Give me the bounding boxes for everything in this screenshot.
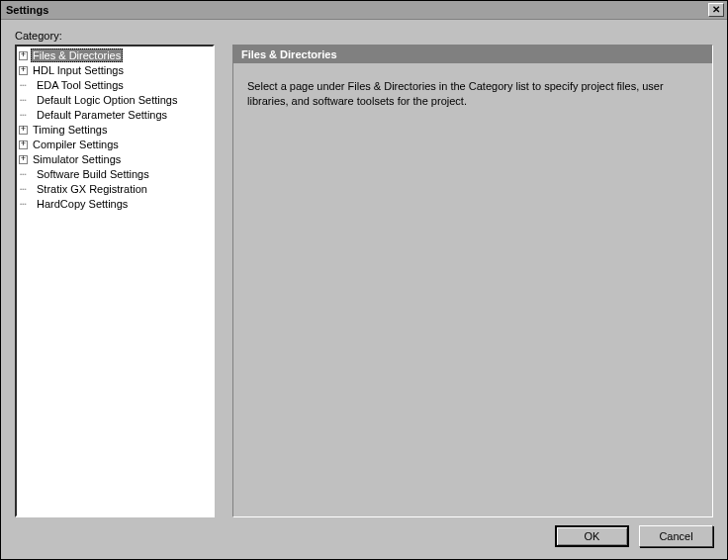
tree-connector-icon: ┄ [19,108,28,123]
expand-icon[interactable]: + [19,51,28,60]
detail-body: Select a page under Files & Directories … [233,63,712,516]
tree-item[interactable]: ┄HardCopy Settings [19,197,211,212]
tree-item[interactable]: +HDL Input Settings [19,63,211,78]
dialog-body: Category: +Files & Directories+HDL Input… [1,20,727,559]
tree-item-label[interactable]: Compiler Settings [31,139,121,150]
tree-item-label[interactable]: HardCopy Settings [35,198,130,210]
tree-item[interactable]: ┄Software Build Settings [19,167,211,182]
tree-item-label[interactable]: Software Build Settings [35,168,151,180]
tree-item-label[interactable]: Default Parameter Settings [35,109,169,121]
tree-item[interactable]: +Compiler Settings [19,138,211,152]
tree-item[interactable]: +Simulator Settings [19,152,211,167]
tree-item[interactable]: ┄EDA Tool Settings [19,78,211,93]
tree-connector-icon: ┄ [19,78,28,93]
detail-header: Files & Directories [233,46,712,63]
close-button[interactable]: ✕ [708,3,724,17]
tree-item-label[interactable]: HDL Input Settings [31,64,126,76]
tree-item-label[interactable]: Stratix GX Registration [35,183,149,195]
tree-item-label[interactable]: Files & Directories [31,48,123,62]
tree-item[interactable]: ┄Default Logic Option Settings [19,93,211,108]
detail-panel: Files & Directories Select a page under … [232,45,713,517]
expand-icon[interactable]: + [19,140,28,149]
expand-icon[interactable]: + [19,66,28,75]
ok-button[interactable]: OK [555,525,629,547]
tree-item[interactable]: ┄Default Parameter Settings [19,108,211,123]
tree-item-label[interactable]: Timing Settings [31,124,109,136]
titlebar[interactable]: Settings ✕ [1,1,727,20]
tree-item-label[interactable]: EDA Tool Settings [35,79,126,91]
tree-item-label[interactable]: Default Logic Option Settings [35,94,179,106]
settings-window: Settings ✕ Category: +Files & Directorie… [0,0,728,560]
tree-connector-icon: ┄ [19,197,28,212]
panels: +Files & Directories+HDL Input Settings┄… [15,45,713,517]
tree-item[interactable]: ┄Stratix GX Registration [19,182,211,197]
tree-connector-icon: ┄ [19,167,28,182]
tree-item[interactable]: +Timing Settings [19,123,211,138]
category-tree[interactable]: +Files & Directories+HDL Input Settings┄… [15,45,215,517]
expand-icon[interactable]: + [19,126,28,135]
tree-item-label[interactable]: Simulator Settings [31,153,123,165]
button-row: OK Cancel [15,525,713,547]
tree-connector-icon: ┄ [19,93,28,108]
tree-item[interactable]: +Files & Directories [19,48,211,63]
cancel-button[interactable]: Cancel [639,525,713,547]
window-title: Settings [4,4,708,16]
expand-icon[interactable]: + [19,155,28,164]
category-label: Category: [15,30,713,42]
close-icon: ✕ [712,5,720,15]
tree-connector-icon: ┄ [19,182,28,197]
